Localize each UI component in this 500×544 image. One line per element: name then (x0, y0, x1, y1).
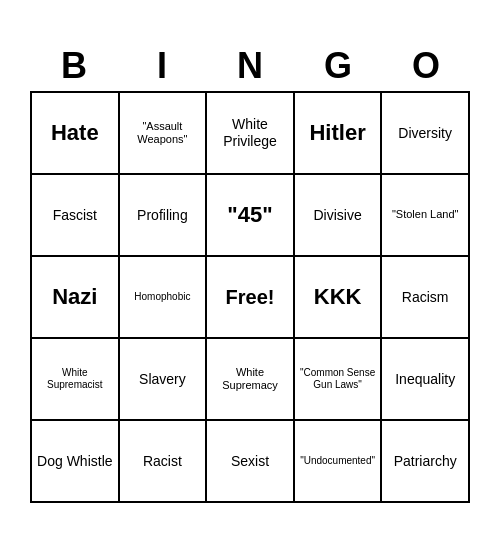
bingo-cell: Racism (382, 257, 470, 339)
cell-text: "Stolen Land" (392, 208, 459, 221)
bingo-letter: I (118, 41, 206, 91)
bingo-cell: Dog Whistle (32, 421, 120, 503)
bingo-cell: "Stolen Land" (382, 175, 470, 257)
bingo-cell: White Supremacy (207, 339, 295, 421)
bingo-cell: "Undocumented" (295, 421, 383, 503)
bingo-letter: G (294, 41, 382, 91)
cell-text: "Assault Weapons" (123, 120, 203, 146)
bingo-letter: B (30, 41, 118, 91)
cell-text: Diversity (398, 125, 452, 142)
bingo-cell: Patriarchy (382, 421, 470, 503)
bingo-cell: "Assault Weapons" (120, 93, 208, 175)
cell-text: Fascist (53, 207, 97, 224)
bingo-cell: Fascist (32, 175, 120, 257)
cell-text: KKK (314, 284, 362, 310)
bingo-cell: Hitler (295, 93, 383, 175)
bingo-header: BINGO (30, 41, 470, 91)
bingo-cell: White Privilege (207, 93, 295, 175)
bingo-cell: Diversity (382, 93, 470, 175)
cell-text: "Common Sense Gun Laws" (298, 367, 378, 391)
cell-text: Nazi (52, 284, 97, 310)
bingo-cell: "45" (207, 175, 295, 257)
bingo-letter: N (206, 41, 294, 91)
cell-text: Homophobic (134, 291, 190, 303)
bingo-cell: Nazi (32, 257, 120, 339)
cell-text: Inequality (395, 371, 455, 388)
bingo-grid: Hate"Assault Weapons"White PrivilegeHitl… (30, 91, 470, 503)
bingo-cell: Inequality (382, 339, 470, 421)
cell-text: "45" (227, 202, 272, 228)
cell-text: Free! (226, 285, 275, 309)
cell-text: White Supremacist (35, 367, 115, 391)
cell-text: Sexist (231, 453, 269, 470)
cell-text: Profiling (137, 207, 188, 224)
bingo-cell: Divisive (295, 175, 383, 257)
cell-text: Hate (51, 120, 99, 146)
bingo-cell: KKK (295, 257, 383, 339)
cell-text: Racist (143, 453, 182, 470)
bingo-cell: White Supremacist (32, 339, 120, 421)
bingo-cell: "Common Sense Gun Laws" (295, 339, 383, 421)
cell-text: Hitler (309, 120, 365, 146)
bingo-cell: Homophobic (120, 257, 208, 339)
bingo-cell: Hate (32, 93, 120, 175)
cell-text: White Supremacy (210, 366, 290, 392)
bingo-cell: Profiling (120, 175, 208, 257)
bingo-card: BINGO Hate"Assault Weapons"White Privile… (20, 31, 480, 513)
cell-text: "Undocumented" (300, 455, 375, 467)
cell-text: Patriarchy (394, 453, 457, 470)
bingo-cell: Free! (207, 257, 295, 339)
cell-text: Racism (402, 289, 449, 306)
cell-text: Divisive (313, 207, 361, 224)
bingo-cell: Sexist (207, 421, 295, 503)
bingo-cell: Racist (120, 421, 208, 503)
bingo-cell: Slavery (120, 339, 208, 421)
cell-text: Dog Whistle (37, 453, 112, 470)
bingo-letter: O (382, 41, 470, 91)
cell-text: White Privilege (210, 116, 290, 150)
cell-text: Slavery (139, 371, 186, 388)
